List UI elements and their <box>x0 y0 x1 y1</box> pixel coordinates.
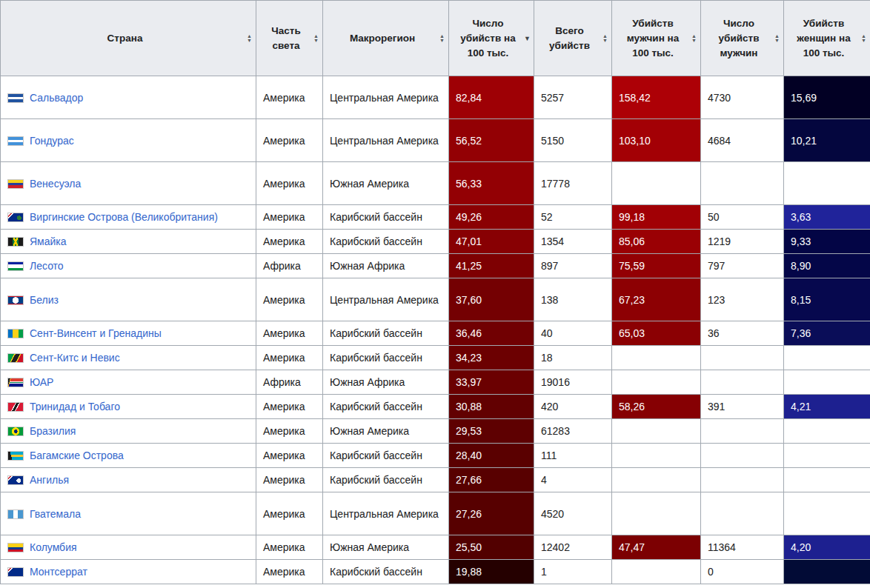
homicide-rate-table: Страна ▲▼ Часть света ▲▼ Макрорегион ▲▼ … <box>0 0 870 584</box>
part-of-world-cell: Америка <box>256 230 323 254</box>
country-link[interactable]: Сальвадор <box>30 92 83 104</box>
rate-per100k-cell: 27,66 <box>449 468 534 492</box>
column-header[interactable]: Убийств мужчин на 100 тыс. ▲▼ <box>612 1 701 76</box>
female-rate-cell: 4,21 <box>784 395 870 419</box>
rate-per100k-cell: 34,23 <box>449 346 534 370</box>
table-row: ЮАР Африка Южная Африка 33,97 19016 <box>1 370 870 395</box>
rate-per100k-cell: 30,88 <box>449 395 534 419</box>
country-cell: Бразилия <box>1 419 256 444</box>
rate-per100k-cell: 82,84 <box>449 76 534 119</box>
female-rate-cell <box>784 370 870 395</box>
country-link[interactable]: ЮАР <box>30 376 53 388</box>
table-row: Колумбия Америка Южная Америка 25,50 124… <box>1 535 870 560</box>
macroregion-cell: Центральная Америка <box>323 492 449 535</box>
female-rate-cell <box>784 162 870 205</box>
total-murders-cell: 138 <box>534 278 612 321</box>
country-cell: Ангилья <box>1 468 256 492</box>
male-rate-cell: 58,26 <box>612 395 701 419</box>
country-link[interactable]: Ямайка <box>30 235 67 247</box>
country-link[interactable]: Гондурас <box>30 135 74 147</box>
rate-per100k-cell: 27,26 <box>449 492 534 535</box>
male-rate-cell: 65,03 <box>612 321 701 346</box>
macroregion-cell: Южная Африка <box>323 370 449 395</box>
column-header[interactable]: Убийств женщин на 100 тыс. ▲▼ <box>784 1 870 76</box>
country-cell: Гондурас <box>1 119 256 162</box>
country-link[interactable]: Венесуэла <box>30 178 81 190</box>
country-link[interactable]: Виргинские Острова (Великобритания) <box>30 211 218 223</box>
country-cell: Сент-Винсент и Гренадины <box>1 321 256 346</box>
country-cell: Монтсеррат <box>1 560 256 584</box>
macroregion-cell: Центральная Америка <box>323 76 449 119</box>
column-header[interactable]: Страна ▲▼ <box>1 1 256 76</box>
male-total-cell <box>701 370 784 395</box>
male-rate-cell: 85,06 <box>612 230 701 254</box>
male-rate-cell <box>612 468 701 492</box>
sort-icon: ▲▼ <box>313 34 319 43</box>
country-flag-icon <box>7 475 24 485</box>
male-total-cell <box>701 492 784 535</box>
sort-icon: ▲▼ <box>246 34 253 43</box>
total-murders-cell: 4520 <box>534 492 612 535</box>
total-murders-cell: 17778 <box>534 162 612 205</box>
female-rate-cell <box>784 444 870 468</box>
country-flag-icon <box>7 402 24 412</box>
country-link[interactable]: Багамские Острова <box>30 450 124 461</box>
part-of-world-cell: Америка <box>256 535 323 560</box>
country-link[interactable]: Колумбия <box>30 541 77 553</box>
country-link[interactable]: Лесото <box>30 260 64 272</box>
male-total-cell: 797 <box>701 254 784 278</box>
country-flag-icon <box>7 378 24 387</box>
column-header[interactable]: Макрорегион ▲▼ <box>323 1 449 76</box>
total-murders-cell: 18 <box>534 346 612 370</box>
column-header[interactable]: Часть света ▲▼ <box>256 1 323 76</box>
total-murders-cell: 40 <box>534 321 612 346</box>
macroregion-cell: Центральная Америка <box>323 278 449 321</box>
country-flag-icon <box>7 136 24 146</box>
country-cell: Багамские Острова <box>1 444 256 468</box>
rate-per100k-cell: 28,40 <box>449 444 534 468</box>
table-row: Лесото Африка Южная Африка 41,25 897 75,… <box>1 254 870 278</box>
sort-icon: ▼ <box>524 31 531 46</box>
total-murders-cell: 4 <box>534 468 612 492</box>
table-header-row: Страна ▲▼ Часть света ▲▼ Макрорегион ▲▼ … <box>1 1 870 76</box>
male-rate-cell <box>612 492 701 535</box>
female-rate-cell: 3,63 <box>784 205 870 230</box>
male-total-cell: 36 <box>701 321 784 346</box>
country-link[interactable]: Белиз <box>30 294 59 306</box>
female-rate-cell: 10,21 <box>784 119 870 162</box>
country-link[interactable]: Ангилья <box>30 474 69 486</box>
country-link[interactable]: Сент-Китс и Невис <box>30 352 120 364</box>
part-of-world-cell: Америка <box>256 119 323 162</box>
sort-icon: ▲▼ <box>860 34 867 43</box>
macroregion-cell: Карибский бассейн <box>323 560 449 584</box>
country-cell: ЮАР <box>1 370 256 395</box>
column-header[interactable]: Всего убийств ▲▼ <box>534 1 612 76</box>
country-link[interactable]: Гватемала <box>30 508 81 520</box>
table-body: Сальвадор Америка Центральная Америка 82… <box>1 76 870 584</box>
total-murders-cell: 420 <box>534 395 612 419</box>
country-flag-icon <box>7 543 24 552</box>
country-link[interactable]: Тринидад и Тобаго <box>30 401 120 412</box>
part-of-world-cell: Америка <box>256 395 323 419</box>
country-flag-icon <box>7 179 24 189</box>
male-total-cell: 0 <box>701 560 784 584</box>
female-rate-cell: 9,33 <box>784 230 870 254</box>
rate-per100k-cell: 56,52 <box>449 119 534 162</box>
table-row: Сальвадор Америка Центральная Америка 82… <box>1 76 870 119</box>
column-header[interactable]: Число убийств мужчин ▲▼ <box>701 1 784 76</box>
female-rate-cell <box>784 468 870 492</box>
part-of-world-cell: Америка <box>256 560 323 584</box>
column-header[interactable]: Число убийств на 100 тыс. ▼ <box>449 1 534 76</box>
country-link[interactable]: Сент-Винсент и Гренадины <box>30 327 162 339</box>
male-rate-cell: 75,59 <box>612 254 701 278</box>
country-link[interactable]: Бразилия <box>30 425 76 437</box>
macroregion-cell: Южная Америка <box>323 419 449 444</box>
male-total-cell: 123 <box>701 278 784 321</box>
female-rate-cell: 7,36 <box>784 321 870 346</box>
country-link[interactable]: Монтсеррат <box>30 566 87 578</box>
sort-icon: ▲▼ <box>602 34 608 43</box>
male-rate-cell <box>612 444 701 468</box>
country-flag-icon <box>7 427 24 436</box>
total-murders-cell: 5150 <box>534 119 612 162</box>
part-of-world-cell: Америка <box>256 76 323 119</box>
